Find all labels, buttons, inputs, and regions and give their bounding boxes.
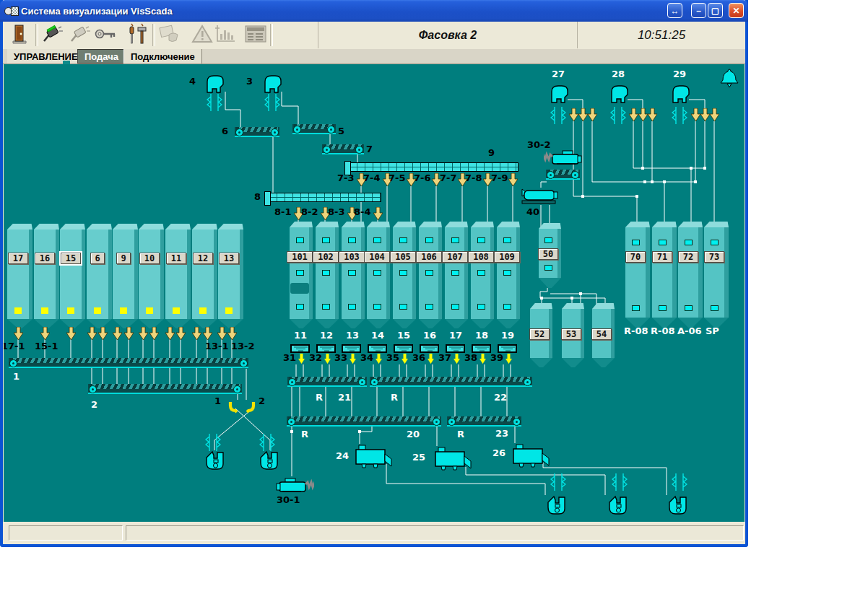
feed-arrow-icon	[505, 354, 512, 364]
exit-door-button[interactable]	[9, 23, 35, 48]
junction-dot	[694, 180, 697, 183]
level-indicator	[451, 237, 459, 243]
silo-label-button[interactable]: 15	[61, 253, 81, 264]
screen-title: Фасовка 2	[419, 29, 477, 42]
silo-label-button[interactable]: 106	[416, 251, 442, 263]
silo-label-button[interactable]: 12	[193, 253, 213, 264]
silo-73: 73	[704, 227, 729, 328]
silo-body	[218, 230, 240, 319]
label-22: 22	[494, 393, 507, 402]
label-7-5: 7-5	[389, 173, 406, 183]
silo-side-face	[160, 230, 164, 319]
level-indicator	[373, 237, 381, 243]
label-38: 38	[464, 353, 477, 362]
silo-side-face	[335, 227, 339, 319]
silo-label-button[interactable]: 16	[35, 253, 55, 264]
silo-105: 105	[393, 227, 416, 328]
label-7-7: 7-7	[440, 173, 457, 183]
roller-icon	[327, 126, 335, 134]
close-button[interactable]: ✕	[729, 3, 744, 18]
key-button[interactable]	[92, 23, 118, 48]
silo-label-button[interactable]: 50	[538, 248, 558, 260]
silo-label-button[interactable]: 73	[704, 251, 724, 263]
label-36: 36	[412, 353, 425, 362]
silo-label-button[interactable]: 104	[364, 251, 390, 263]
tab-podkluchenie[interactable]: Подключение	[123, 49, 202, 64]
silo-label-button[interactable]: 105	[390, 251, 416, 263]
level-indicator	[322, 237, 330, 243]
grate-icon	[396, 346, 412, 352]
silo-label-button[interactable]: 11	[166, 253, 186, 264]
silo-label-button[interactable]: 13	[219, 253, 239, 264]
vibrator-bracket-icon	[550, 473, 566, 491]
label-1: 1	[13, 372, 19, 381]
silo-label-button[interactable]: 103	[339, 251, 365, 263]
level-indicator	[296, 270, 304, 276]
silo-label-button[interactable]: 101	[287, 251, 313, 263]
silo-body	[7, 230, 29, 319]
silo-label-button[interactable]: 109	[494, 251, 520, 263]
hopper-head-icon	[671, 84, 691, 103]
flow-arrow-icon	[192, 327, 201, 340]
level-indicator	[659, 305, 667, 311]
sensor-lamp	[41, 307, 48, 314]
toolbar-separator	[152, 24, 155, 46]
level-indicator	[685, 305, 693, 311]
silo-label-button[interactable]: 71	[652, 251, 672, 263]
silo-label-button[interactable]: 107	[442, 251, 468, 263]
silo-label-button[interactable]: 9	[116, 253, 131, 264]
label-7-4: 7-4	[363, 173, 381, 183]
silo-label-button[interactable]: 108	[468, 251, 494, 263]
maximize-button[interactable]: ▢	[708, 3, 723, 18]
silo-53: 53	[562, 309, 584, 367]
label-32: 32	[309, 353, 322, 362]
roller-icon	[547, 171, 555, 179]
minimize-button[interactable]: –	[691, 3, 706, 18]
flow-arrow-icon	[87, 327, 97, 340]
silo-label-button[interactable]: 52	[529, 328, 550, 340]
label-7-6: 7-6	[414, 173, 431, 183]
junction-dot	[651, 180, 654, 183]
label-21: 21	[338, 393, 351, 402]
label-29: 29	[673, 69, 686, 79]
silo-side-face	[672, 227, 677, 318]
title-bar[interactable]: Система визуализации VisScada ↔–▢✕	[0, 0, 748, 22]
level-indicator	[373, 304, 381, 310]
label-26: 26	[492, 448, 505, 458]
roller-icon	[89, 385, 97, 393]
level-indicator	[399, 304, 407, 310]
flow-arrow-icon	[113, 327, 122, 340]
silo-side-face	[646, 227, 650, 318]
hopper-head-icon	[550, 84, 570, 103]
tools-button[interactable]	[124, 23, 150, 48]
plug-connect-button[interactable]	[39, 23, 65, 48]
screw-feeder-icon	[275, 476, 314, 495]
belt-surface	[448, 416, 520, 421]
silo-label-button[interactable]: 54	[591, 328, 612, 340]
flow-arrow-icon	[508, 173, 518, 186]
flow-arrow-icon	[176, 327, 186, 340]
label-30-2: 30-2	[527, 140, 551, 149]
tab-control[interactable]: УПРАВЛЕНИЕ	[7, 49, 85, 64]
roller-icon	[323, 146, 331, 154]
silo-label-button[interactable]: 6	[90, 253, 105, 264]
vibrator-bracket-icon	[610, 106, 626, 125]
flow-arrow-icon	[700, 108, 710, 121]
resize-button[interactable]: ↔	[667, 3, 682, 18]
silo-label-button[interactable]: 17	[8, 253, 28, 264]
level-indicator	[425, 237, 433, 243]
plug-disconnect-button[interactable]	[66, 23, 92, 48]
silo-funnel	[471, 319, 494, 328]
feed-arrow-icon	[402, 354, 408, 364]
flow-arrow-icon	[691, 108, 700, 121]
tab-podacha[interactable]: Подача	[77, 49, 126, 64]
vibrator-bracket-icon	[550, 106, 566, 125]
silo-label-button[interactable]: 53	[561, 328, 581, 340]
clock: 10:51:25	[638, 28, 685, 43]
silo-label-button[interactable]: 72	[678, 251, 698, 263]
silo-108: 108	[471, 227, 494, 328]
silo-label-button[interactable]: 10	[139, 253, 160, 264]
roller-icon	[271, 128, 279, 136]
silo-label-button[interactable]: 70	[625, 251, 646, 263]
silo-label-button[interactable]: 102	[313, 251, 339, 263]
